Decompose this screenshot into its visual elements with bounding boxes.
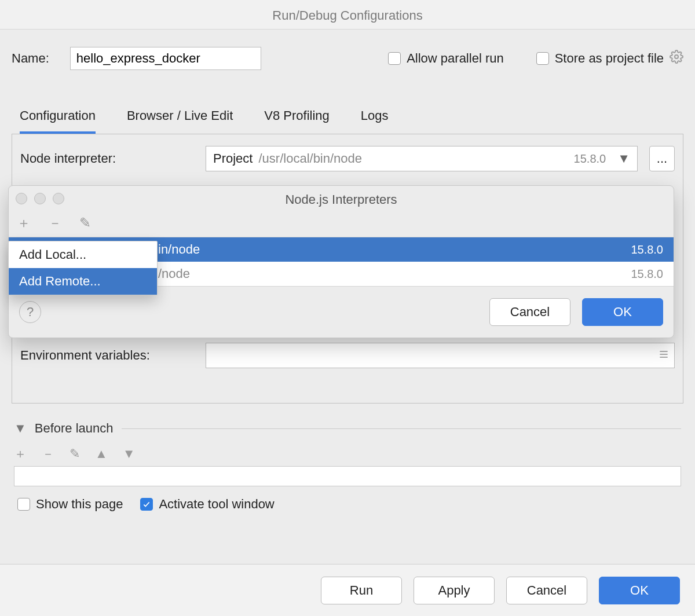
popup-add-icon[interactable]: ＋ xyxy=(17,214,31,232)
interpreter-prefix: Project xyxy=(213,151,253,166)
before-launch-label: Before launch xyxy=(35,421,114,436)
tab-logs[interactable]: Logs xyxy=(361,108,389,134)
chevron-down-icon: ▼ xyxy=(617,151,630,166)
popup-remove-icon[interactable]: － xyxy=(48,214,62,232)
bottom-checkboxes: Show this page Activate tool window xyxy=(17,497,678,512)
popup-ok-button[interactable]: OK xyxy=(582,298,663,326)
divider xyxy=(122,428,681,429)
name-label: Name: xyxy=(12,51,49,66)
traffic-max-icon[interactable] xyxy=(53,193,64,204)
help-icon[interactable]: ? xyxy=(19,301,41,323)
apply-button[interactable]: Apply xyxy=(414,577,495,604)
popup-titlebar: Node.js Interpreters xyxy=(9,186,674,214)
node-interpreter-select[interactable]: Project /usr/local/bin/node 15.8.0 ▼ xyxy=(206,146,638,171)
collapse-triangle-icon[interactable]: ▼ xyxy=(14,421,27,436)
checkbox-icon xyxy=(536,52,549,65)
env-variables-input[interactable] xyxy=(206,343,675,368)
name-row: Name: Allow parallel run Store as projec… xyxy=(0,30,695,76)
add-icon[interactable]: ＋ xyxy=(14,445,27,463)
traffic-min-icon[interactable] xyxy=(34,193,46,204)
popup-edit-icon[interactable]: ✎ xyxy=(79,215,91,231)
add-remote-menu-item[interactable]: Add Remote... xyxy=(9,268,157,295)
allow-parallel-run-label: Allow parallel run xyxy=(407,51,504,66)
checkbox-checked-icon xyxy=(140,498,153,511)
activate-tool-window-checkbox[interactable]: Activate tool window xyxy=(140,497,274,512)
edit-icon[interactable]: ✎ xyxy=(70,446,80,461)
tabs: Configuration Browser / Live Edit V8 Pro… xyxy=(0,76,695,134)
popup-toolbar: ＋ － ✎ xyxy=(9,214,674,237)
tab-browser-live-edit[interactable]: Browser / Live Edit xyxy=(127,108,233,134)
cancel-button[interactable]: Cancel xyxy=(506,577,587,604)
before-launch-toolbar: ＋ － ✎ ▲ ▼ xyxy=(14,442,681,467)
add-local-menu-item[interactable]: Add Local... xyxy=(9,241,157,268)
name-input[interactable] xyxy=(70,47,261,70)
node-interpreter-label: Node interpreter: xyxy=(20,151,194,166)
store-as-project-file-label: Store as project file xyxy=(555,51,664,66)
dialog-title: Run/Debug Configurations xyxy=(0,0,695,30)
dialog-footer: Run Apply Cancel OK xyxy=(0,564,695,616)
interpreter-row-version: 15.8.0 xyxy=(631,243,663,256)
window-traffic-lights xyxy=(16,193,64,204)
traffic-close-icon[interactable] xyxy=(16,193,27,204)
tab-v8-profiling[interactable]: V8 Profiling xyxy=(264,108,330,134)
tab-configuration[interactable]: Configuration xyxy=(20,108,96,134)
ok-button[interactable]: OK xyxy=(599,577,680,604)
allow-parallel-run-checkbox[interactable]: Allow parallel run xyxy=(388,51,504,66)
activate-tool-window-label: Activate tool window xyxy=(159,497,274,512)
interpreter-row-version: 15.8.0 xyxy=(631,267,663,281)
run-button[interactable]: Run xyxy=(321,577,402,604)
show-this-page-label: Show this page xyxy=(36,497,123,512)
move-down-icon[interactable]: ▼ xyxy=(123,446,136,461)
popup-title: Node.js Interpreters xyxy=(285,192,397,207)
svg-point-0 xyxy=(675,55,678,58)
list-icon[interactable] xyxy=(658,349,670,363)
checkbox-icon xyxy=(17,498,30,511)
checkbox-icon xyxy=(388,52,401,65)
move-up-icon[interactable]: ▲ xyxy=(95,446,108,461)
before-launch-section: ▼ Before launch xyxy=(14,421,681,436)
remove-icon[interactable]: － xyxy=(42,445,54,463)
show-this-page-checkbox[interactable]: Show this page xyxy=(17,497,123,512)
gear-icon[interactable] xyxy=(670,50,683,67)
popup-cancel-button[interactable]: Cancel xyxy=(489,298,570,326)
interpreter-path: /usr/local/bin/node xyxy=(258,151,362,166)
add-interpreter-dropdown: Add Local... Add Remote... xyxy=(8,241,158,295)
before-launch-list[interactable] xyxy=(14,467,681,486)
interpreter-version: 15.8.0 xyxy=(574,152,606,166)
browse-interpreter-button[interactable]: ... xyxy=(649,146,675,171)
store-as-project-file-checkbox[interactable]: Store as project file xyxy=(536,50,683,67)
env-variables-label: Environment variables: xyxy=(20,348,194,363)
